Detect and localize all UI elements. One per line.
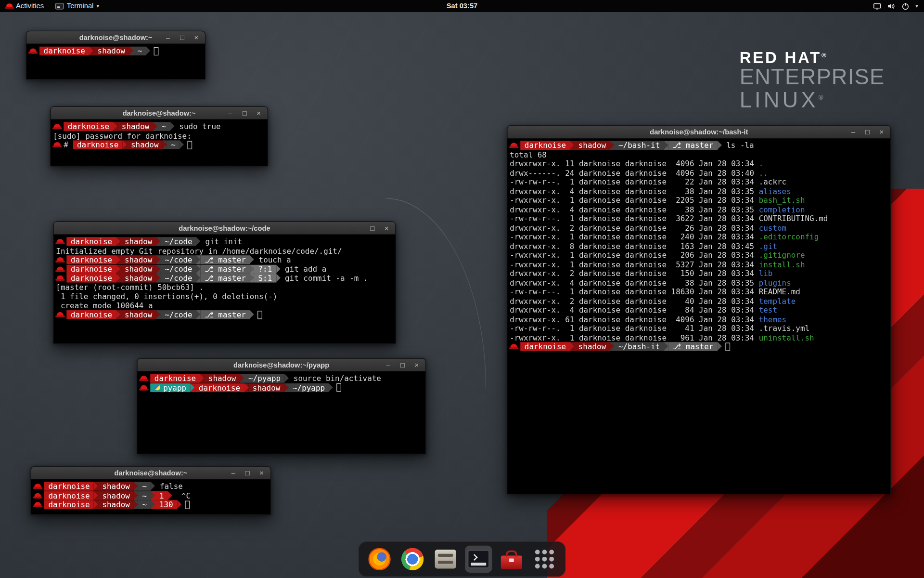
close-button[interactable]: × (413, 359, 420, 370)
minimize-button[interactable]: – (165, 32, 172, 43)
powerline-separator (180, 141, 184, 149)
terminal-text: source bin/activate (289, 374, 381, 383)
dock-item-terminal[interactable] (465, 546, 492, 573)
terminal-text: false (155, 482, 183, 491)
terminal-content[interactable]: darknoiseshadow~ falsedarknoiseshadow~1 … (31, 480, 270, 510)
close-button[interactable]: × (255, 107, 262, 118)
powerline-separator (196, 256, 201, 264)
terminal-text: drwxrwxr-x. 4 darknoise darknoise 38 Jan… (510, 187, 759, 196)
prompt-redhat-icon (57, 239, 64, 244)
terminal-text: drwxrwxr-x. 8 darknoise darknoise 163 Ja… (510, 242, 759, 250)
close-button[interactable]: × (192, 32, 200, 43)
powerline-separator (156, 310, 161, 319)
terminal-cursor (257, 311, 262, 319)
window-titlebar[interactable]: darknoise@shadow:~/bash-it – □ × (507, 126, 890, 139)
powerline-separator (276, 274, 281, 282)
maximize-button[interactable]: □ (399, 359, 406, 370)
minimize-button[interactable]: – (230, 467, 237, 478)
maximize-button[interactable]: □ (369, 222, 376, 234)
prompt-segment: ~ (138, 491, 151, 500)
minimize-button[interactable]: – (385, 359, 392, 370)
close-button[interactable]: × (258, 467, 265, 478)
powerline-separator (285, 374, 289, 383)
dock-item-toolbox[interactable] (498, 546, 525, 573)
terminal-line: drwxrwxr-x. 4 darknoise darknoise 84 Jan… (510, 305, 889, 315)
prompt-segment: darknoise (66, 237, 116, 246)
terminal-content[interactable]: darknoiseshadow~/code git initInitialize… (53, 235, 395, 319)
chevron-down-icon: ▾ (96, 3, 99, 9)
powerline-separator (116, 310, 121, 319)
dock-item-files[interactable] (432, 546, 459, 573)
maximize-button[interactable]: □ (179, 32, 186, 43)
dock-item-chrome[interactable] (399, 546, 426, 573)
powerline-separator (718, 141, 722, 150)
window-titlebar[interactable]: darknoise@shadow:~ – □ × (51, 107, 268, 120)
window-titlebar[interactable]: darknoise@shadow:~/pyapp – □ × (137, 358, 425, 371)
terminal-content[interactable]: darknoiseshadow~/bash-it⎇ master ls -lat… (507, 139, 890, 351)
powerline-separator (250, 256, 254, 264)
terminal-window: darknoise@shadow:~/bash-it – □ × darknoi… (507, 125, 891, 495)
powerline-separator (156, 237, 161, 246)
window-titlebar[interactable]: darknoise@shadow:~ – □ × (26, 31, 205, 44)
power-icon (901, 1, 910, 10)
powerline-separator (146, 47, 151, 55)
prompt-segment: darknoise (39, 47, 89, 55)
terminal-line: darknoiseshadow~/pyapp source bin/activa… (140, 374, 424, 383)
prompt-segment: ~/code (161, 310, 197, 319)
powerline-separator (134, 491, 138, 500)
prompt-segment: shadow (120, 256, 156, 264)
powerline-separator (156, 274, 161, 282)
terminal-text: uninstall.sh (759, 333, 814, 342)
maximize-button[interactable]: □ (244, 467, 251, 478)
window-titlebar[interactable]: darknoise@shadow:~/code – □ × (53, 222, 395, 235)
terminal-content[interactable]: darknoiseshadow~/pyapp source bin/activa… (137, 371, 425, 392)
powerline-separator (134, 500, 138, 509)
minimize-button[interactable]: – (227, 107, 234, 118)
terminal-line: # darknoiseshadow~ (53, 140, 266, 149)
terminal-content[interactable]: darknoiseshadow~ sudo true[sudo] passwor… (51, 120, 268, 150)
terminal-text: themes (759, 315, 787, 324)
powerline-separator (570, 342, 575, 351)
terminal-icon (467, 550, 490, 568)
terminal-text: -rw-rw-r--. 1 darknoise darknoise 3622 J… (510, 214, 759, 223)
terminal-line: -rw-rw-r--. 1 darknoise darknoise 22 Jan… (510, 178, 889, 187)
dock (358, 541, 565, 577)
prompt-segment: shadow (574, 342, 610, 351)
powerline-separator (163, 141, 167, 149)
terminal-line: darknoiseshadow~ false (34, 482, 270, 491)
terminal-text: -rwxrwxr-x. 1 darknoise darknoise 961 Ja… (510, 333, 759, 342)
terminal-line: drwxrwxr-x. 4 darknoise darknoise 38 Jan… (510, 205, 889, 214)
system-tray[interactable]: ▾ (873, 0, 924, 12)
powerline-separator (196, 237, 201, 246)
app-grid-icon (535, 550, 554, 568)
clock[interactable]: Sat 03:57 (447, 2, 478, 10)
maximize-button[interactable]: □ (241, 107, 248, 118)
maximize-button[interactable]: □ (864, 126, 871, 137)
powerline-separator (94, 482, 98, 491)
terminal-line: darknoiseshadow~ (29, 47, 204, 56)
prompt-redhat-icon (140, 376, 147, 381)
prompt-redhat-icon (57, 257, 64, 263)
close-button[interactable]: × (383, 222, 390, 234)
dock-item-app-grid[interactable] (531, 546, 558, 573)
prompt-segment: ~/code (161, 237, 197, 246)
terminal-line: drwxrwxr-x. 4 darknoise darknoise 38 Jan… (510, 187, 889, 196)
prompt-segment: darknoise (44, 491, 94, 500)
terminal-window: darknoise@shadow:~/pyapp – □ × darknoise… (137, 358, 426, 454)
terminal-text: -rwxrwxr-x. 1 darknoise darknoise 5327 J… (510, 260, 759, 269)
terminal-content[interactable]: darknoiseshadow~ (26, 44, 205, 56)
close-button[interactable]: × (878, 126, 885, 137)
rhel-logo: RED HAT® ENTERPRISE LINUX® (740, 50, 885, 112)
window-titlebar[interactable]: darknoise@shadow:~ – □ × (31, 467, 270, 480)
prompt-segment: darknoise (66, 274, 116, 282)
powerline-separator (151, 491, 155, 500)
dock-item-firefox[interactable] (366, 546, 393, 573)
brand-line3: LINUX® (740, 89, 885, 111)
prompt-segment: shadow (98, 491, 134, 500)
terminal-line: 1 file changed, 0 insertions(+), 0 delet… (56, 292, 394, 301)
minimize-button[interactable]: – (355, 222, 362, 234)
toolbox-icon (501, 555, 522, 569)
app-menu[interactable]: Terminal ▾ (50, 0, 105, 12)
minimize-button[interactable]: – (850, 126, 857, 137)
activities-button[interactable]: Activities (0, 0, 50, 12)
